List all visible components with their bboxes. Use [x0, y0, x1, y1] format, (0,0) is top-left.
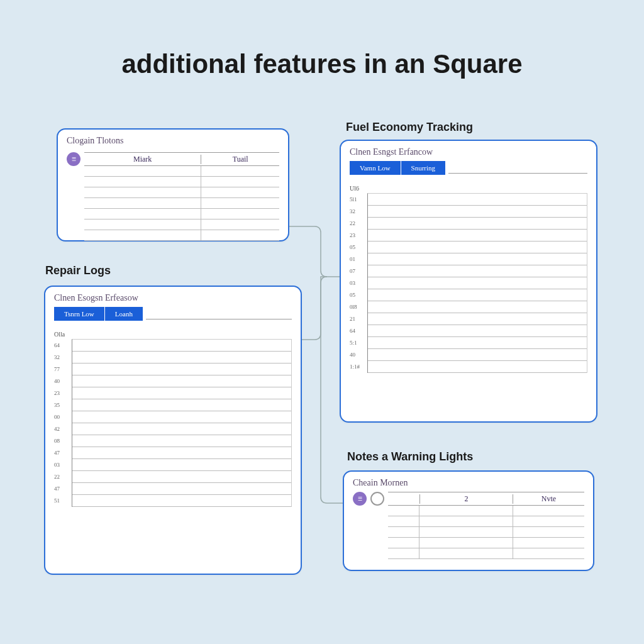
- grid-row: [368, 265, 587, 277]
- axis-tick: 77: [54, 363, 72, 375]
- axis-label: Olla: [54, 331, 292, 338]
- section-label-notes: Notes a Warning Lights: [347, 450, 473, 464]
- table-row: [388, 516, 584, 527]
- axis-tick: 21: [350, 313, 367, 325]
- grid-row: [368, 325, 587, 337]
- table-row: [84, 187, 279, 198]
- axis-tick: 40: [350, 348, 367, 360]
- table-row: [84, 230, 279, 241]
- col-header: Nvte: [513, 494, 584, 504]
- col-header: Miark: [84, 155, 201, 164]
- grid-row: [72, 447, 291, 459]
- axis-tick: 35: [54, 399, 72, 411]
- table-header: Miark Tuail: [84, 152, 279, 166]
- section-label-repair: Repair Logs: [45, 264, 111, 277]
- axis-tick: 08: [54, 435, 72, 447]
- badge-icon: ☰: [353, 492, 367, 506]
- grid-row: [72, 483, 291, 495]
- table-row: [388, 506, 584, 516]
- table-row: [84, 198, 279, 209]
- tab[interactable]: Tsnrn Low: [54, 307, 105, 321]
- section-label-fuel: Fuel Economy Tracking: [346, 121, 473, 134]
- grid-row: [72, 423, 291, 435]
- table-row: [84, 219, 279, 230]
- tabs: Tsnrn Low Loanh: [54, 307, 292, 321]
- y-axis: 6432774023350042084703224751: [54, 339, 72, 507]
- card-title: Cheain Mornen: [353, 478, 584, 488]
- y-axis: 5l132222305010703050l821645:1401:1#: [350, 193, 367, 373]
- axis-tick: 1:1#: [350, 360, 367, 372]
- card-repair-logs: Clnen Esogsn Erfeasow Tsnrn Low Loanh Ol…: [44, 286, 302, 575]
- tabs: Vamn Low Snurring: [350, 161, 587, 175]
- grid-row: [368, 206, 587, 218]
- table-header: 2 Nvte: [388, 492, 584, 506]
- grid-row: [72, 495, 291, 507]
- axis-tick: 64: [350, 325, 367, 336]
- grid-row: [72, 340, 291, 352]
- grid-row: [368, 361, 587, 373]
- tab[interactable]: Vamn Low: [350, 161, 401, 175]
- axis-tick: 00: [54, 411, 72, 423]
- grid-area: [367, 193, 587, 373]
- axis-tick: 23: [54, 387, 72, 399]
- card-title: Clogain Tlotons: [67, 136, 123, 146]
- axis-tick: 5l1: [350, 193, 367, 205]
- card-notes-warning: Cheain Mornen ☰ 2 Nvte: [343, 470, 594, 571]
- grid-row: [72, 364, 291, 375]
- axis-tick: 03: [54, 458, 72, 470]
- axis-tick: 0l8: [350, 301, 367, 313]
- axis-label: Ul6: [350, 185, 587, 192]
- grid-row: [72, 399, 291, 411]
- card-title: Clnen Esngst Erfancow: [350, 147, 587, 157]
- circle-icon: [370, 492, 384, 506]
- col-header: Tuail: [201, 155, 279, 164]
- grid-row: [368, 218, 587, 230]
- axis-tick: 05: [350, 241, 367, 253]
- table-row: [388, 548, 584, 559]
- table-row: [388, 538, 584, 548]
- col-header: 2: [419, 494, 513, 504]
- axis-tick: 03: [350, 277, 367, 289]
- table-body: [388, 506, 584, 559]
- grid-row: [72, 435, 291, 447]
- axis-tick: 32: [350, 205, 367, 217]
- grid-area: [72, 339, 292, 507]
- axis-tick: 07: [350, 265, 367, 277]
- grid-row: [72, 471, 291, 483]
- tab[interactable]: Loanh: [105, 307, 143, 321]
- grid-row: [368, 289, 587, 301]
- axis-tick: 42: [54, 423, 72, 435]
- card-clogain: Clogain Tlotons ☰ Miark Tuail: [57, 128, 289, 242]
- grid-row: [72, 375, 291, 387]
- axis-tick: 05: [350, 289, 367, 301]
- grid-row: [72, 387, 291, 399]
- axis-tick: 32: [54, 351, 72, 363]
- grid-row: [368, 337, 587, 349]
- grid-row: [368, 313, 587, 325]
- grid-row: [368, 230, 587, 242]
- badge-icon: ☰: [67, 152, 80, 166]
- grid-row: [368, 194, 587, 206]
- page-title: additional features in an Square: [0, 49, 644, 79]
- table-body: [84, 166, 279, 241]
- axis-tick: 51: [54, 494, 72, 506]
- axis-tick: 22: [54, 470, 72, 482]
- card-fuel-economy: Clnen Esngst Erfancow Vamn Low Snurring …: [340, 140, 597, 423]
- card-title: Clnen Esogsn Erfeasow: [54, 293, 292, 303]
- axis-tick: 64: [54, 339, 72, 351]
- axis-tick: 23: [350, 229, 367, 241]
- axis-tick: 22: [350, 217, 367, 229]
- axis-tick: 5:1: [350, 336, 367, 348]
- grid-row: [368, 277, 587, 289]
- axis-tick: 40: [54, 375, 72, 387]
- axis-tick: 01: [350, 253, 367, 265]
- tab[interactable]: Snurring: [401, 161, 447, 175]
- axis-tick: 47: [54, 447, 72, 458]
- table-row: [388, 527, 584, 538]
- grid-row: [368, 253, 587, 265]
- grid-row: [72, 411, 291, 423]
- grid-row: [368, 301, 587, 313]
- axis-tick: 47: [54, 482, 72, 494]
- table-row: [84, 177, 279, 187]
- grid-row: [72, 459, 291, 471]
